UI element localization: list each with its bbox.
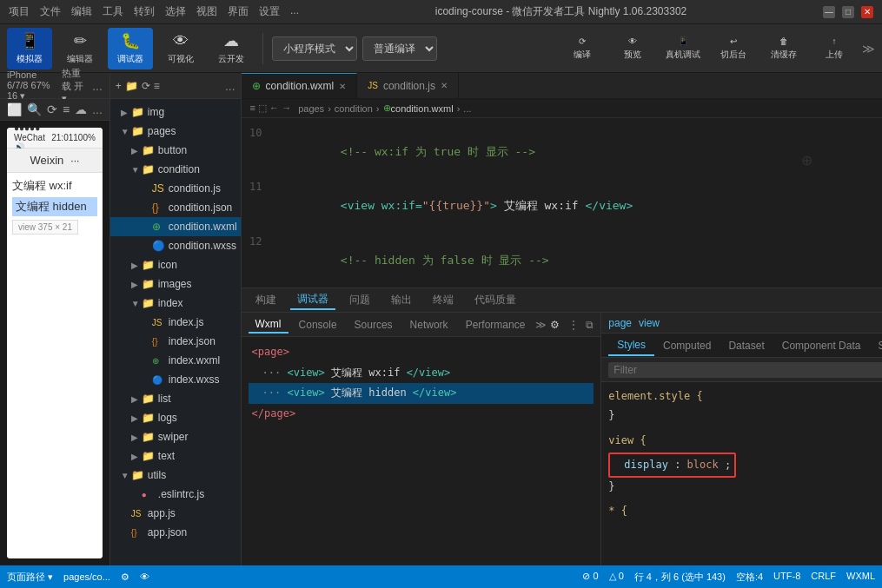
inner-tab-console[interactable]: Console xyxy=(292,317,344,333)
tab-condition-js[interactable]: JS condition.js ✕ xyxy=(357,73,459,98)
tree-item-text[interactable]: ▶ 📁 text xyxy=(110,446,241,466)
devtool-tab-issues[interactable]: 问题 xyxy=(342,291,377,309)
compiler-select[interactable]: 普通编译 xyxy=(362,36,437,61)
wxml-tree: <page> ··· <view> 艾编程 wx:if </view> ··· … xyxy=(242,337,601,429)
tree-item-index-wxss[interactable]: 🔵 index.wxss xyxy=(110,370,241,389)
maximize-button[interactable]: □ xyxy=(842,6,854,18)
clear-cache-button[interactable]: 🗑 清缓存 xyxy=(761,28,806,69)
phone-tool-5[interactable]: ☁ xyxy=(75,102,87,116)
devtool-tab-build[interactable]: 构建 xyxy=(249,291,283,309)
style-tab-styles[interactable]: Styles xyxy=(608,335,654,356)
tree-item-index-js[interactable]: JS index.js xyxy=(110,313,241,332)
simulator-icon: 📱 xyxy=(20,31,39,50)
tree-item-icon[interactable]: ▶ 📁 icon xyxy=(110,255,241,274)
background-button[interactable]: ↩ 切后台 xyxy=(711,28,756,69)
tree-item-condition-json[interactable]: {} condition.json xyxy=(110,198,241,217)
inner-popout[interactable]: ⧉ xyxy=(586,319,594,331)
wxml-page-close[interactable]: </page> xyxy=(249,404,594,425)
tree-item-index-json[interactable]: {} index.json xyxy=(110,332,241,351)
styles-filter-input[interactable] xyxy=(608,362,882,378)
status-path[interactable]: 页面路径 ▾ xyxy=(7,571,53,584)
window-controls[interactable]: — □ ✕ xyxy=(823,6,873,18)
editor-button[interactable]: ✏ 编辑器 xyxy=(57,28,103,69)
more-icon[interactable]: ≫ xyxy=(862,42,875,56)
inner-dots[interactable]: ⋮ xyxy=(568,319,579,331)
style-tab-scope[interactable]: Scope Data xyxy=(869,336,882,355)
tree-item-index-wxml[interactable]: ⊕ index.wxml xyxy=(110,351,241,370)
mode-select[interactable]: 小程序模式 xyxy=(272,36,357,61)
tab-condition-wxml[interactable]: ⊕ condition.wxml ✕ xyxy=(242,73,358,98)
phone-item-hidden: 文编程 hidden xyxy=(12,197,97,216)
file-collapse[interactable]: ≡ xyxy=(154,80,160,92)
debugger-button[interactable]: 🐛 调试器 xyxy=(108,28,153,69)
tree-item-condition-wxml[interactable]: ⊕ condition.wxml xyxy=(110,217,241,236)
wxml-tab-close[interactable]: ✕ xyxy=(339,82,346,91)
phone-tool-1[interactable]: ⬜ xyxy=(7,102,22,116)
upload-button[interactable]: ↑ 上传 xyxy=(812,28,857,69)
tree-item-condition[interactable]: ▼ 📁 condition xyxy=(110,160,241,179)
inner-tab-wxml[interactable]: Wxml xyxy=(249,316,288,334)
phone-more[interactable]: ... xyxy=(92,79,103,93)
tree-item-condition-js[interactable]: JS condition.js xyxy=(110,179,241,198)
real-debug-button[interactable]: 📱 真机调试 xyxy=(660,28,706,69)
file-more[interactable]: ... xyxy=(225,79,235,93)
tree-item-app-json[interactable]: {} app.json xyxy=(110,523,241,542)
menu-items[interactable]: 项目 xyxy=(9,4,30,19)
breadcrumb-page[interactable]: page xyxy=(608,317,632,329)
tree-item-eslint[interactable]: ● .eslintrc.js xyxy=(110,485,241,504)
tree-item-condition-wxss[interactable]: 🔵 condition.wxss xyxy=(110,236,241,255)
inner-tab-sources[interactable]: Sources xyxy=(348,317,400,333)
tree-item-logs[interactable]: ▶ 📁 logs xyxy=(110,408,241,427)
toolbar-actions: ⟳ 编译 👁 预览 📱 真机调试 ↩ 切后台 🗑 清缓存 ↑ 上传 ≫ xyxy=(560,28,875,69)
tree-item-swiper[interactable]: ▶ 📁 swiper xyxy=(110,427,241,446)
devtool-tab-debugger[interactable]: 调试器 xyxy=(290,290,335,310)
status-gear[interactable]: ⚙ xyxy=(121,571,129,583)
simulator-button[interactable]: 📱 模拟器 xyxy=(7,28,52,69)
wxml-view-hidden[interactable]: ··· <view> 艾编程 hidden </view> xyxy=(249,383,594,404)
file-new[interactable]: + xyxy=(116,80,122,92)
phone-nav-dots[interactable]: ··· xyxy=(70,155,79,167)
phone-more2[interactable]: ... xyxy=(92,102,103,116)
phone-tool-3[interactable]: ⟳ xyxy=(47,102,57,116)
compile-button[interactable]: ⟳ 编译 xyxy=(560,28,605,69)
tree-item-list[interactable]: ▶ 📁 list xyxy=(110,389,241,408)
style-tab-component[interactable]: Component Data xyxy=(773,336,870,355)
close-button[interactable]: ✕ xyxy=(861,6,873,18)
tree-item-pages[interactable]: ▼ 📁 pages xyxy=(110,122,241,141)
tree-item-images[interactable]: ▶ 📁 images xyxy=(110,274,241,294)
breadcrumb-view[interactable]: view xyxy=(639,317,660,329)
file-new-folder[interactable]: 📁 xyxy=(125,80,138,92)
device-select[interactable]: iPhone 6/7/8 67% 16 ▾ xyxy=(7,69,56,102)
code-editor[interactable]: 10 <!-- wx:if 为 true 时 显示 --> 11 <view w… xyxy=(242,118,882,287)
devtool-tab-terminal[interactable]: 终端 xyxy=(426,291,461,309)
styles-content: element.style { } view { user agent styl… xyxy=(601,382,882,565)
file-refresh[interactable]: ⟳ xyxy=(142,80,150,92)
tree-item-app-js[interactable]: JS app.js xyxy=(110,504,241,523)
tree-item-img[interactable]: ▶ 📁 img xyxy=(110,102,241,122)
cloud-button[interactable]: ☁ 云开发 xyxy=(209,28,254,69)
inner-tab-performance[interactable]: Performance xyxy=(459,317,533,333)
js-tab-close[interactable]: ✕ xyxy=(441,81,448,90)
phone-tool-4[interactable]: ≡ xyxy=(63,102,70,116)
devtool-tab-quality[interactable]: 代码质量 xyxy=(468,291,523,309)
style-tab-computed[interactable]: Computed xyxy=(654,336,720,355)
style-tab-dataset[interactable]: Dataset xyxy=(720,336,773,355)
devtool-tab-output[interactable]: 输出 xyxy=(384,291,419,309)
wxml-page[interactable]: <page> xyxy=(249,342,594,363)
real-debug-icon: 📱 xyxy=(678,36,688,46)
tree-item-button[interactable]: ▶ 📁 button xyxy=(110,141,241,160)
inner-gear[interactable]: ⚙ xyxy=(550,319,560,331)
tree-item-utils[interactable]: ▼ 📁 utils xyxy=(110,466,241,485)
inner-tab-network[interactable]: Network xyxy=(403,317,455,333)
inner-tab-more[interactable]: ≫ xyxy=(535,319,547,331)
wxml-view-wxif[interactable]: ··· <view> 艾编程 wx:if </view> xyxy=(249,363,594,384)
menu-bar[interactable]: 项目 文件 编辑 工具 转到 选择 视图 界面 设置 ... xyxy=(9,4,299,19)
minimize-button[interactable]: — xyxy=(823,6,835,18)
tree-item-index[interactable]: ▼ 📁 index xyxy=(110,294,241,313)
visual-icon: 👁 xyxy=(173,32,189,50)
upload-icon: ↑ xyxy=(832,36,837,46)
status-eye[interactable]: 👁 xyxy=(140,571,149,582)
phone-tool-2[interactable]: 🔍 xyxy=(27,102,42,116)
preview-button[interactable]: 👁 预览 xyxy=(610,28,655,69)
visual-button[interactable]: 👁 可视化 xyxy=(158,28,203,69)
